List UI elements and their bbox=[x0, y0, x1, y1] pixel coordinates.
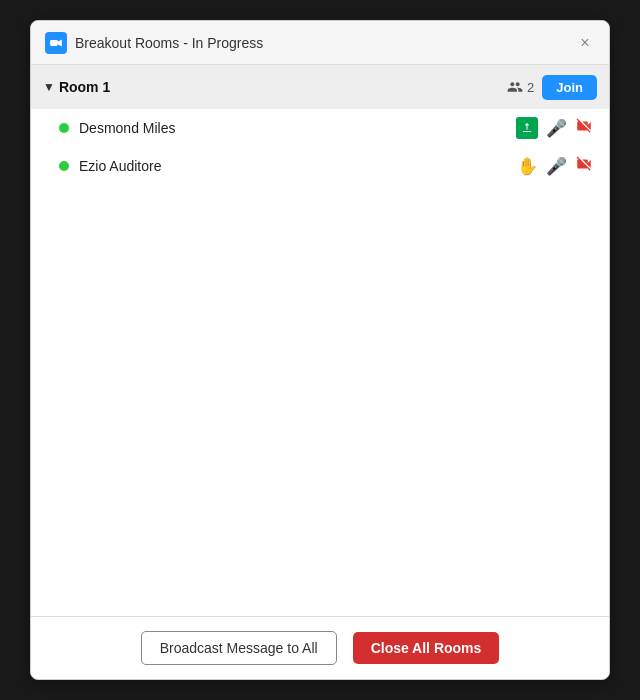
broadcast-message-button[interactable]: Broadcast Message to All bbox=[141, 631, 337, 665]
close-all-rooms-button[interactable]: Close All Rooms bbox=[353, 632, 500, 664]
participant-actions: 🎤 bbox=[516, 117, 593, 139]
participant-list: Desmond Miles 🎤 bbox=[31, 109, 609, 185]
microphone-icon: 🎤 bbox=[546, 118, 567, 139]
zoom-logo-icon bbox=[45, 32, 67, 54]
table-row: Ezio Auditore ✋ 🎤 bbox=[31, 147, 609, 185]
raise-hand-icon: ✋ bbox=[517, 156, 538, 177]
svg-rect-0 bbox=[50, 40, 58, 46]
people-icon bbox=[507, 79, 523, 95]
room-toggle-icon[interactable]: ▼ bbox=[43, 80, 55, 94]
camera-off-icon bbox=[575, 117, 593, 139]
participant-actions: ✋ 🎤 bbox=[517, 155, 593, 177]
join-button[interactable]: Join bbox=[542, 75, 597, 100]
participant-name: Ezio Auditore bbox=[79, 158, 517, 174]
camera-off-icon bbox=[575, 155, 593, 177]
room-meta: 2 Join bbox=[507, 75, 597, 100]
breakout-rooms-window: Breakout Rooms - In Progress × ▼ Room 1 … bbox=[30, 20, 610, 680]
participant-count: 2 bbox=[507, 79, 534, 95]
footer: Broadcast Message to All Close All Rooms bbox=[31, 616, 609, 679]
room-count: 2 bbox=[527, 80, 534, 95]
share-screen-icon bbox=[516, 117, 538, 139]
microphone-icon: 🎤 bbox=[546, 156, 567, 177]
room-header: ▼ Room 1 2 Join bbox=[31, 65, 609, 109]
table-row: Desmond Miles 🎤 bbox=[31, 109, 609, 147]
window-title: Breakout Rooms - In Progress bbox=[75, 35, 263, 51]
status-dot bbox=[59, 161, 69, 171]
close-window-button[interactable]: × bbox=[575, 33, 595, 53]
svg-marker-1 bbox=[58, 39, 62, 46]
title-bar: Breakout Rooms - In Progress × bbox=[31, 21, 609, 65]
participant-name: Desmond Miles bbox=[79, 120, 516, 136]
title-bar-left: Breakout Rooms - In Progress bbox=[45, 32, 263, 54]
content-area: ▼ Room 1 2 Join Desmond Miles bbox=[31, 65, 609, 616]
status-dot bbox=[59, 123, 69, 133]
room-name: Room 1 bbox=[59, 79, 507, 95]
